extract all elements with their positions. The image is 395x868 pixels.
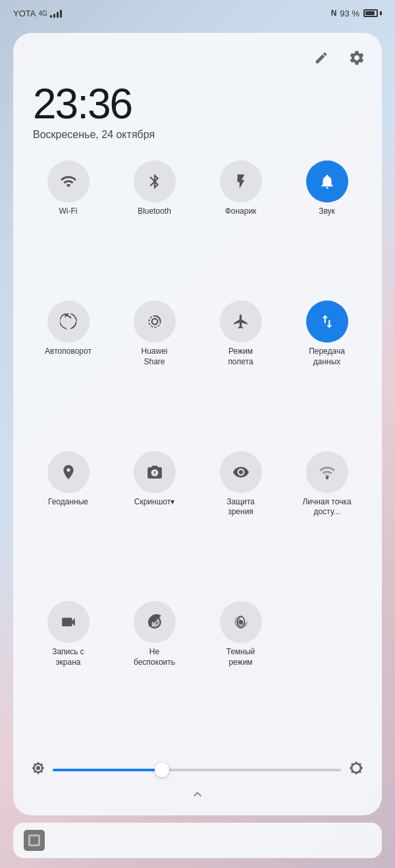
tile-geodata-circle	[47, 451, 90, 493]
tile-bluetooth-label: Bluetooth	[138, 206, 171, 217]
tile-dnd[interactable]: Не беспокоить	[113, 601, 196, 746]
tile-eye-protection-label: Защита зрения	[216, 497, 265, 518]
tile-flashlight-label: Фонарик	[225, 206, 257, 217]
tile-huawei-share[interactable]: Huawei Share	[113, 301, 196, 446]
battery-percent: 93 %	[340, 9, 359, 18]
tile-huawei-share-label: Huawei Share	[130, 347, 179, 367]
tile-dark-mode-label: Темный режим	[216, 647, 265, 667]
tile-wifi-label: Wi-Fi	[59, 206, 78, 217]
carrier-label: YOTA	[13, 9, 36, 18]
network-type: 4G	[38, 10, 47, 17]
tile-sound-label: Звук	[319, 206, 335, 217]
clock-time: 23:36	[33, 83, 369, 125]
edit-button[interactable]	[309, 46, 333, 70]
svg-point-0	[151, 319, 157, 325]
settings-button[interactable]	[345, 46, 369, 70]
tile-wifi[interactable]: Wi-Fi	[26, 160, 110, 295]
tile-eye-protection[interactable]: Защита зрения	[199, 451, 282, 596]
tile-airplane[interactable]: Режим полета	[199, 301, 282, 446]
clock-date: Воскресенье, 24 октября	[33, 129, 369, 141]
tile-dark-mode-circle	[220, 601, 262, 643]
tiles-grid: Wi-Fi Bluetooth Фонарик Звук	[26, 154, 369, 753]
tile-dnd-label: Не беспокоить	[130, 647, 179, 667]
tile-airplane-circle	[220, 301, 262, 343]
brightness-fill	[53, 769, 162, 771]
tile-flashlight[interactable]: Фонарик	[199, 160, 282, 295]
tile-huawei-share-circle	[134, 301, 176, 343]
tile-bluetooth[interactable]: Bluetooth	[113, 160, 196, 295]
tile-hotspot[interactable]: Личная точка досту...	[285, 451, 369, 596]
tile-geodata[interactable]: Геоданные	[26, 451, 110, 596]
tile-hotspot-circle	[306, 451, 348, 493]
tile-dnd-circle	[134, 601, 176, 643]
tile-screenshot[interactable]: Скриншот▾	[113, 451, 196, 596]
tile-hotspot-label: Личная точка досту...	[302, 497, 352, 518]
brightness-low-icon	[32, 761, 45, 778]
status-left: YOTA 4G	[13, 9, 62, 18]
tile-eye-protection-circle	[220, 451, 262, 493]
status-right: N 93 %	[331, 9, 382, 18]
battery-icon	[363, 9, 382, 17]
tile-dark-mode[interactable]: Темный режим	[199, 601, 282, 746]
tile-airplane-label: Режим полета	[216, 347, 265, 367]
brightness-row	[26, 753, 369, 784]
tile-autorotate-label: Автоповорот	[45, 347, 92, 357]
svg-point-2	[325, 476, 328, 479]
brightness-slider[interactable]	[53, 769, 341, 771]
tile-sound[interactable]: Звук	[285, 160, 369, 295]
tile-screen-record[interactable]: Запись с экрана	[26, 601, 110, 746]
tile-bluetooth-circle	[134, 160, 176, 203]
notification-panel: 23:36 Воскресенье, 24 октября Wi-Fi Blue…	[13, 33, 382, 815]
tile-data-transfer-circle	[306, 301, 348, 343]
tile-data-transfer-label: Передача данных	[302, 347, 352, 367]
nfc-icon: N	[331, 9, 336, 18]
tile-screenshot-circle	[134, 451, 176, 493]
panel-header	[26, 46, 369, 70]
tile-flashlight-circle	[220, 160, 262, 203]
status-bar: YOTA 4G N 93 %	[0, 0, 395, 26]
tile-wifi-circle	[47, 160, 90, 203]
brightness-thumb[interactable]	[155, 763, 169, 777]
bottom-bar	[13, 823, 382, 858]
panel-chevron[interactable]	[26, 784, 369, 802]
tile-screenshot-label: Скриншот▾	[134, 497, 174, 508]
tile-autorotate-circle	[47, 301, 90, 343]
tile-screen-record-circle	[47, 601, 90, 643]
tile-data-transfer[interactable]: Передача данных	[285, 301, 369, 446]
tile-sound-circle	[306, 160, 348, 203]
brightness-high-icon	[349, 761, 363, 779]
recent-apps-button[interactable]	[24, 830, 45, 851]
clock-section: 23:36 Воскресенье, 24 октября	[26, 76, 369, 154]
tile-screen-record-label: Запись с экрана	[43, 647, 93, 667]
tile-autorotate[interactable]: Автоповорот	[26, 301, 110, 446]
signal-bars-icon	[50, 9, 62, 18]
tile-geodata-label: Геоданные	[48, 497, 88, 508]
